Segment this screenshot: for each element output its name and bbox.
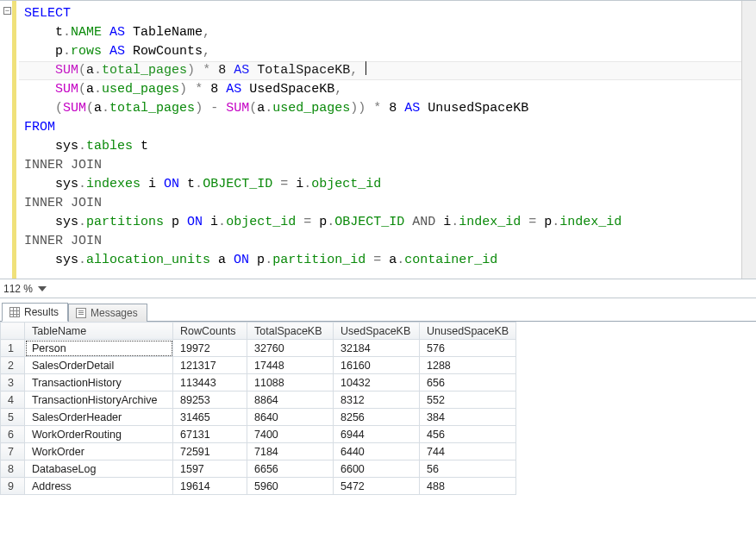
table-row[interactable]: 4TransactionHistoryArchive89253886483125… xyxy=(1,392,516,409)
cell[interactable]: SalesOrderDetail xyxy=(25,357,173,374)
code-line[interactable]: SUM(a.total_pages) * 8 AS TotalSpaceKB, xyxy=(24,61,741,80)
cell[interactable]: 17448 xyxy=(247,357,334,374)
cell[interactable]: 744 xyxy=(420,443,516,460)
row-number[interactable]: 3 xyxy=(1,374,25,392)
cell[interactable]: Person xyxy=(25,340,173,357)
cell[interactable]: 56 xyxy=(420,460,516,478)
table-row[interactable]: 9Address1961459605472488 xyxy=(1,478,516,495)
fold-toggle-icon[interactable]: − xyxy=(3,7,11,15)
result-tabs: Results Messages xyxy=(0,298,756,322)
row-number[interactable]: 6 xyxy=(1,426,25,443)
column-header[interactable]: UnusedSpaceKB xyxy=(420,323,516,340)
code-line[interactable]: sys.tables t xyxy=(24,137,741,156)
cell[interactable]: 488 xyxy=(420,478,516,495)
cell[interactable]: 10432 xyxy=(334,374,420,392)
table-row[interactable]: 5SalesOrderHeader3146586408256384 xyxy=(1,409,516,426)
cell[interactable]: 72591 xyxy=(173,443,247,460)
results-grid-icon xyxy=(9,307,20,317)
cell[interactable]: 656 xyxy=(420,374,516,392)
row-number[interactable]: 8 xyxy=(1,460,25,478)
column-header[interactable]: UsedSpaceKB xyxy=(334,323,420,340)
cell[interactable]: 552 xyxy=(420,392,516,409)
row-header-corner[interactable] xyxy=(1,323,25,340)
table-row[interactable]: 2SalesOrderDetail12131717448161601288 xyxy=(1,357,516,374)
tab-results[interactable]: Results xyxy=(2,303,68,322)
code-line[interactable]: sys.partitions p ON i.object_id = p.OBJE… xyxy=(24,213,741,232)
change-marker-bar xyxy=(12,1,16,279)
cell[interactable]: SalesOrderHeader xyxy=(25,409,173,426)
cell[interactable]: 113443 xyxy=(173,374,247,392)
cell[interactable]: 6656 xyxy=(247,460,334,478)
cell[interactable]: 32184 xyxy=(334,340,420,357)
row-number[interactable]: 9 xyxy=(1,478,25,495)
cell[interactable]: 32760 xyxy=(247,340,334,357)
code-line[interactable]: SELECT xyxy=(24,4,741,23)
table-row[interactable]: 3TransactionHistory1134431108810432656 xyxy=(1,374,516,392)
code-line[interactable]: t.NAME AS TableName, xyxy=(24,23,741,42)
tab-results-label: Results xyxy=(24,306,59,318)
row-number[interactable]: 5 xyxy=(1,409,25,426)
cell[interactable]: TransactionHistory xyxy=(25,374,173,392)
table-row[interactable]: 7WorkOrder7259171846440744 xyxy=(1,443,516,460)
cell[interactable]: Address xyxy=(25,478,173,495)
zoom-control[interactable]: 112 % xyxy=(0,279,756,298)
cell[interactable]: 67131 xyxy=(173,426,247,443)
cell[interactable]: DatabaseLog xyxy=(25,460,173,478)
code-line[interactable]: SUM(a.used_pages) * 8 AS UsedSpaceKB, xyxy=(24,80,741,99)
code-line[interactable]: INNER JOIN xyxy=(24,232,741,251)
cell[interactable]: 7400 xyxy=(247,426,334,443)
code-line[interactable]: INNER JOIN xyxy=(24,194,741,213)
cell[interactable]: 1288 xyxy=(420,357,516,374)
chevron-down-icon[interactable] xyxy=(38,285,47,293)
zoom-value: 112 % xyxy=(3,283,33,295)
tab-messages[interactable]: Messages xyxy=(68,304,147,322)
cell[interactable]: 8256 xyxy=(334,409,420,426)
table-row[interactable]: 1Person199723276032184576 xyxy=(1,340,516,357)
cell[interactable]: WorkOrder xyxy=(25,443,173,460)
code-line[interactable]: INNER JOIN xyxy=(24,156,741,175)
messages-icon xyxy=(76,308,86,318)
editor-scrollbar[interactable] xyxy=(741,1,756,279)
cell[interactable]: 16160 xyxy=(334,357,420,374)
code-area[interactable]: SELECT t.NAME AS TableName, p.rows AS Ro… xyxy=(19,1,741,279)
results-grid[interactable]: TableNameRowCountsTotalSpaceKBUsedSpaceK… xyxy=(0,322,756,545)
code-line[interactable]: (SUM(a.total_pages) - SUM(a.used_pages))… xyxy=(24,99,741,118)
cell[interactable]: 19972 xyxy=(173,340,247,357)
cell[interactable]: 456 xyxy=(420,426,516,443)
cell[interactable]: 8312 xyxy=(334,392,420,409)
cell[interactable]: WorkOrderRouting xyxy=(25,426,173,443)
cell[interactable]: 384 xyxy=(420,409,516,426)
cell[interactable]: 31465 xyxy=(173,409,247,426)
cell[interactable]: 19614 xyxy=(173,478,247,495)
table-row[interactable]: 6WorkOrderRouting6713174006944456 xyxy=(1,426,516,443)
cell[interactable]: 11088 xyxy=(247,374,334,392)
sql-editor[interactable]: − SELECT t.NAME AS TableName, p.rows AS … xyxy=(0,0,756,279)
cell[interactable]: 8640 xyxy=(247,409,334,426)
cell[interactable]: TransactionHistoryArchive xyxy=(25,392,173,409)
cell[interactable]: 7184 xyxy=(247,443,334,460)
row-number[interactable]: 4 xyxy=(1,392,25,409)
row-number[interactable]: 2 xyxy=(1,357,25,374)
code-line[interactable]: p.rows AS RowCounts, xyxy=(24,42,741,61)
cell[interactable]: 1597 xyxy=(173,460,247,478)
column-header[interactable]: TotalSpaceKB xyxy=(247,323,334,340)
cell[interactable]: 5960 xyxy=(247,478,334,495)
code-line[interactable]: FROM xyxy=(24,118,741,137)
cell[interactable]: 5472 xyxy=(334,478,420,495)
cell[interactable]: 6440 xyxy=(334,443,420,460)
cell[interactable]: 6944 xyxy=(334,426,420,443)
cell[interactable]: 89253 xyxy=(173,392,247,409)
cell[interactable]: 6600 xyxy=(334,460,420,478)
cell[interactable]: 576 xyxy=(420,340,516,357)
code-line[interactable]: sys.indexes i ON t.OBJECT_ID = i.object_… xyxy=(24,175,741,194)
column-header[interactable]: TableName xyxy=(25,323,173,340)
table-row[interactable]: 8DatabaseLog15976656660056 xyxy=(1,460,516,478)
text-caret xyxy=(366,61,366,75)
row-number[interactable]: 7 xyxy=(1,443,25,460)
editor-gutter: − xyxy=(0,1,19,279)
cell[interactable]: 121317 xyxy=(173,357,247,374)
cell[interactable]: 8864 xyxy=(247,392,334,409)
column-header[interactable]: RowCounts xyxy=(173,323,247,340)
code-line[interactable]: sys.allocation_units a ON p.partition_id… xyxy=(24,251,741,270)
row-number[interactable]: 1 xyxy=(1,340,25,357)
